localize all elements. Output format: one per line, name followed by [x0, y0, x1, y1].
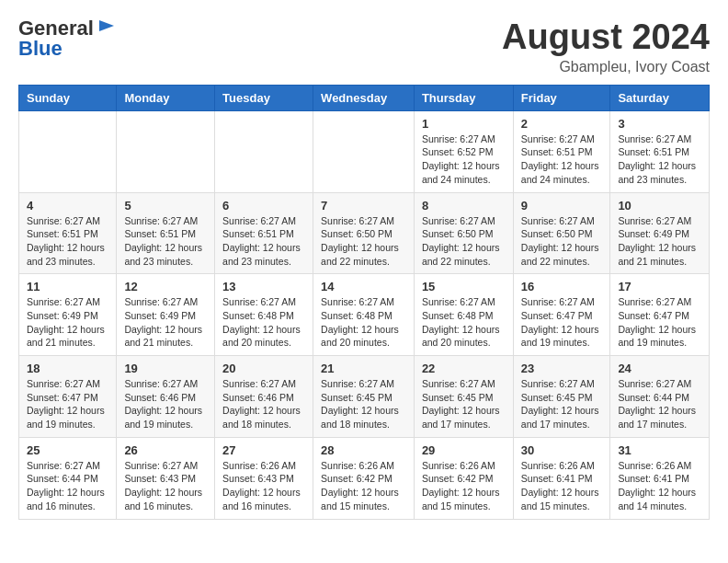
- title-section: August 2024 Gbampleu, Ivory Coast: [502, 18, 710, 75]
- logo-general-text: General: [18, 18, 94, 39]
- weekday-header-tuesday: Tuesday: [215, 85, 313, 110]
- day-number: 27: [222, 443, 305, 457]
- day-info: Sunrise: 6:27 AM Sunset: 6:49 PM Dayligh…: [124, 295, 207, 350]
- day-number: 29: [422, 443, 506, 457]
- calendar-cell: 14Sunrise: 6:27 AM Sunset: 6:48 PM Dayli…: [313, 274, 415, 356]
- day-number: 15: [422, 280, 506, 293]
- calendar-cell: 19Sunrise: 6:27 AM Sunset: 6:46 PM Dayli…: [117, 356, 215, 438]
- calendar-cell: 22Sunrise: 6:27 AM Sunset: 6:45 PM Dayli…: [414, 356, 513, 438]
- day-info: Sunrise: 6:26 AM Sunset: 6:41 PM Dayligh…: [521, 459, 603, 513]
- calendar-cell: [117, 110, 215, 192]
- day-info: Sunrise: 6:27 AM Sunset: 6:44 PM Dayligh…: [618, 377, 701, 431]
- day-info: Sunrise: 6:26 AM Sunset: 6:42 PM Dayligh…: [321, 459, 406, 513]
- day-number: 9: [521, 199, 603, 213]
- calendar-cell: 15Sunrise: 6:27 AM Sunset: 6:48 PM Dayli…: [414, 274, 513, 356]
- logo-flag-icon: [96, 18, 116, 39]
- calendar-cell: 30Sunrise: 6:26 AM Sunset: 6:41 PM Dayli…: [513, 437, 610, 519]
- day-number: 23: [521, 362, 603, 375]
- calendar-cell: 23Sunrise: 6:27 AM Sunset: 6:45 PM Dayli…: [513, 356, 610, 438]
- day-number: 7: [321, 199, 406, 213]
- weekday-header-thursday: Thursday: [414, 85, 513, 110]
- day-info: Sunrise: 6:27 AM Sunset: 6:48 PM Dayligh…: [222, 295, 305, 350]
- day-info: Sunrise: 6:27 AM Sunset: 6:47 PM Dayligh…: [618, 295, 701, 350]
- weekday-header-monday: Monday: [117, 85, 215, 110]
- day-number: 1: [422, 117, 506, 131]
- day-info: Sunrise: 6:27 AM Sunset: 6:50 PM Dayligh…: [321, 214, 406, 269]
- day-number: 4: [27, 199, 108, 213]
- day-info: Sunrise: 6:27 AM Sunset: 6:45 PM Dayligh…: [422, 377, 506, 431]
- calendar-cell: 31Sunrise: 6:26 AM Sunset: 6:41 PM Dayli…: [610, 437, 710, 519]
- calendar-cell: 18Sunrise: 6:27 AM Sunset: 6:47 PM Dayli…: [19, 356, 117, 438]
- calendar-week-4: 18Sunrise: 6:27 AM Sunset: 6:47 PM Dayli…: [19, 356, 710, 438]
- day-info: Sunrise: 6:27 AM Sunset: 6:50 PM Dayligh…: [422, 214, 506, 269]
- calendar-cell: 9Sunrise: 6:27 AM Sunset: 6:50 PM Daylig…: [513, 192, 610, 274]
- calendar-table: SundayMondayTuesdayWednesdayThursdayFrid…: [18, 85, 710, 520]
- calendar-cell: 29Sunrise: 6:26 AM Sunset: 6:42 PM Dayli…: [414, 437, 513, 519]
- day-number: 17: [618, 280, 701, 293]
- day-info: Sunrise: 6:27 AM Sunset: 6:49 PM Dayligh…: [618, 214, 701, 269]
- day-number: 10: [618, 199, 701, 213]
- calendar-cell: 26Sunrise: 6:27 AM Sunset: 6:43 PM Dayli…: [117, 437, 215, 519]
- day-number: 19: [124, 362, 207, 375]
- weekday-header-saturday: Saturday: [610, 85, 710, 110]
- day-number: 24: [618, 362, 701, 375]
- day-info: Sunrise: 6:27 AM Sunset: 6:52 PM Dayligh…: [422, 132, 506, 187]
- calendar-cell: 17Sunrise: 6:27 AM Sunset: 6:47 PM Dayli…: [610, 274, 710, 356]
- calendar-cell: 6Sunrise: 6:27 AM Sunset: 6:51 PM Daylig…: [215, 192, 313, 274]
- calendar-cell: 8Sunrise: 6:27 AM Sunset: 6:50 PM Daylig…: [414, 192, 513, 274]
- day-number: 25: [27, 443, 108, 457]
- day-info: Sunrise: 6:26 AM Sunset: 6:41 PM Dayligh…: [618, 459, 701, 513]
- day-info: Sunrise: 6:27 AM Sunset: 6:48 PM Dayligh…: [321, 295, 406, 350]
- month-title: August 2024: [502, 18, 710, 57]
- day-info: Sunrise: 6:27 AM Sunset: 6:46 PM Dayligh…: [124, 377, 207, 431]
- day-info: Sunrise: 6:27 AM Sunset: 6:43 PM Dayligh…: [124, 459, 207, 513]
- calendar-cell: 7Sunrise: 6:27 AM Sunset: 6:50 PM Daylig…: [313, 192, 415, 274]
- svg-marker-0: [99, 20, 114, 31]
- day-number: 31: [618, 443, 701, 457]
- calendar-cell: 27Sunrise: 6:26 AM Sunset: 6:43 PM Dayli…: [215, 437, 313, 519]
- calendar-cell: [313, 110, 415, 192]
- day-number: 26: [124, 443, 207, 457]
- calendar-week-2: 4Sunrise: 6:27 AM Sunset: 6:51 PM Daylig…: [19, 192, 710, 274]
- calendar-cell: 21Sunrise: 6:27 AM Sunset: 6:45 PM Dayli…: [313, 356, 415, 438]
- calendar-cell: 16Sunrise: 6:27 AM Sunset: 6:47 PM Dayli…: [513, 274, 610, 356]
- day-number: 22: [422, 362, 506, 375]
- calendar-week-1: 1Sunrise: 6:27 AM Sunset: 6:52 PM Daylig…: [19, 110, 710, 192]
- header: General Blue August 2024 Gbampleu, Ivory…: [18, 18, 710, 75]
- day-info: Sunrise: 6:27 AM Sunset: 6:49 PM Dayligh…: [27, 295, 108, 350]
- day-number: 20: [222, 362, 305, 375]
- weekday-header-sunday: Sunday: [19, 85, 117, 110]
- calendar-cell: 4Sunrise: 6:27 AM Sunset: 6:51 PM Daylig…: [19, 192, 117, 274]
- calendar-cell: 5Sunrise: 6:27 AM Sunset: 6:51 PM Daylig…: [117, 192, 215, 274]
- day-number: 5: [124, 199, 207, 213]
- day-info: Sunrise: 6:27 AM Sunset: 6:48 PM Dayligh…: [422, 295, 506, 350]
- calendar-cell: 2Sunrise: 6:27 AM Sunset: 6:51 PM Daylig…: [513, 110, 610, 192]
- day-info: Sunrise: 6:27 AM Sunset: 6:47 PM Dayligh…: [27, 377, 108, 431]
- day-number: 3: [618, 117, 701, 131]
- day-number: 8: [422, 199, 506, 213]
- calendar-cell: 12Sunrise: 6:27 AM Sunset: 6:49 PM Dayli…: [117, 274, 215, 356]
- calendar-week-3: 11Sunrise: 6:27 AM Sunset: 6:49 PM Dayli…: [19, 274, 710, 356]
- day-number: 2: [521, 117, 603, 131]
- calendar-cell: 25Sunrise: 6:27 AM Sunset: 6:44 PM Dayli…: [19, 437, 117, 519]
- day-info: Sunrise: 6:27 AM Sunset: 6:51 PM Dayligh…: [27, 214, 108, 269]
- day-number: 30: [521, 443, 603, 457]
- weekday-header-friday: Friday: [513, 85, 610, 110]
- day-number: 21: [321, 362, 406, 375]
- calendar-cell: 10Sunrise: 6:27 AM Sunset: 6:49 PM Dayli…: [610, 192, 710, 274]
- day-info: Sunrise: 6:27 AM Sunset: 6:45 PM Dayligh…: [321, 377, 406, 431]
- day-number: 11: [27, 280, 108, 293]
- day-info: Sunrise: 6:27 AM Sunset: 6:51 PM Dayligh…: [124, 214, 207, 269]
- calendar-cell: [19, 110, 117, 192]
- day-number: 18: [27, 362, 108, 375]
- day-number: 12: [124, 280, 207, 293]
- day-info: Sunrise: 6:27 AM Sunset: 6:47 PM Dayligh…: [521, 295, 603, 350]
- logo-blue-text: Blue: [18, 39, 63, 59]
- day-number: 28: [321, 443, 406, 457]
- calendar-body: 1Sunrise: 6:27 AM Sunset: 6:52 PM Daylig…: [19, 110, 710, 519]
- calendar-cell: 24Sunrise: 6:27 AM Sunset: 6:44 PM Dayli…: [610, 356, 710, 438]
- day-info: Sunrise: 6:26 AM Sunset: 6:43 PM Dayligh…: [222, 459, 305, 513]
- calendar-cell: 1Sunrise: 6:27 AM Sunset: 6:52 PM Daylig…: [414, 110, 513, 192]
- logo: General Blue: [18, 18, 116, 59]
- calendar-cell: 11Sunrise: 6:27 AM Sunset: 6:49 PM Dayli…: [19, 274, 117, 356]
